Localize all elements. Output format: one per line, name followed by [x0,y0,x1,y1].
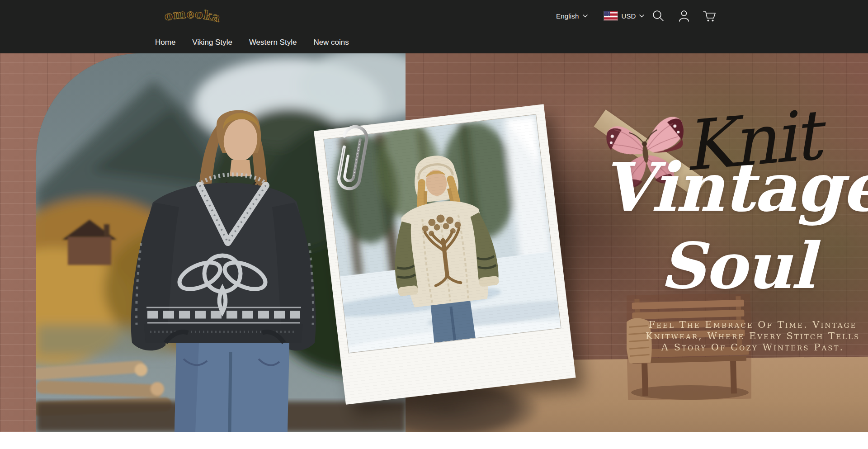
svg-text:Homeokat: Homeokat [159,4,220,25]
account-icon [678,9,690,23]
hero-tagline: Feel The Embrace Of Time. Vintage Knitwe… [642,319,863,354]
chevron-down-icon[interactable] [639,14,644,18]
chevron-down-icon[interactable] [583,14,588,18]
nav-viking-style[interactable]: Viking Style [192,38,232,47]
cart-button[interactable] [702,9,717,23]
cart-icon [702,9,717,23]
flag-canton [604,11,610,16]
us-flag-icon[interactable] [604,11,618,20]
header-controls: English USD [556,0,717,32]
language-selector[interactable]: English [556,12,579,20]
main-nav: Home Viking Style Western Style New coin… [155,32,349,53]
site-header: Homeokat English USD [0,0,868,53]
search-button[interactable] [651,9,665,23]
hero-banner: Vintage Soul Knit Feel The Embrace Of Ti… [0,53,868,432]
site-logo[interactable]: Homeokat [159,4,220,27]
hero-script-word: Knit [681,101,821,181]
bottom-white-strip [0,432,868,449]
logo-text: Homeokat [159,4,220,25]
nav-home[interactable]: Home [155,38,175,47]
search-icon [651,9,665,23]
hero-title-line2: Soul [601,234,868,298]
nav-western-style[interactable]: Western Style [249,38,297,47]
nav-new-coins[interactable]: New coins [313,38,349,47]
logo-wordmark-icon: Homeokat [159,4,220,27]
account-button[interactable] [678,9,690,23]
currency-selector[interactable]: USD [622,12,636,20]
